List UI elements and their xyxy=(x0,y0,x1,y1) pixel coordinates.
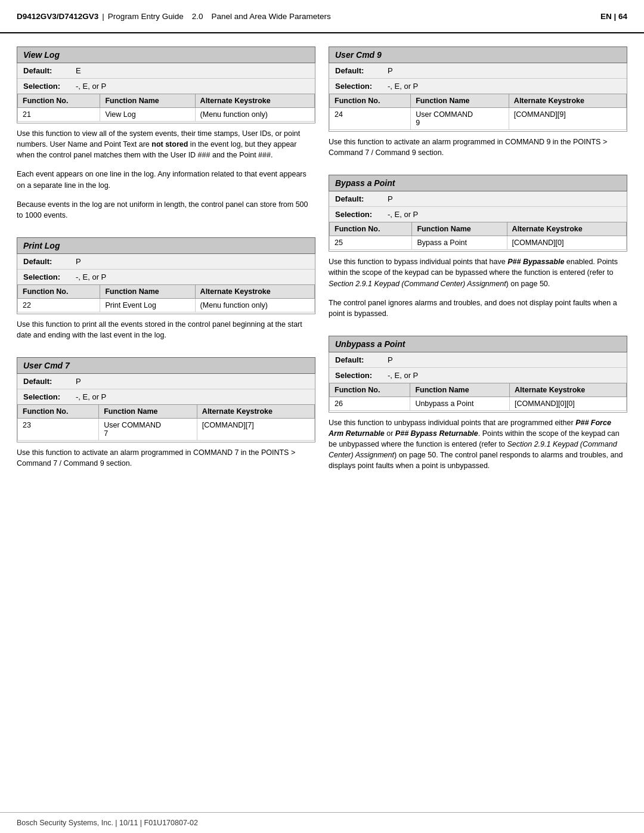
footer-part: F01U170807-02 xyxy=(144,819,198,827)
unbypass-point-fname: Unbypass a Point xyxy=(410,397,510,410)
user-cmd-7-default-label: Default: xyxy=(23,377,76,386)
view-log-selection-value: -, E, or P xyxy=(76,82,106,91)
user-cmd-9-table: Function No. Function Name Alternate Key… xyxy=(329,94,627,130)
bypass-point-title: Bypass a Point xyxy=(335,178,395,188)
user-cmd-7-section: User Cmd 7 Default: P Selection: -, E, o… xyxy=(17,357,315,477)
view-log-fname: View Log xyxy=(100,108,195,122)
user-cmd-7-default-value: P xyxy=(76,377,81,386)
bypass-point-th-fn: Function No. xyxy=(330,222,412,236)
user-cmd-7-selection-value: -, E, or P xyxy=(76,392,106,401)
footer-company: Bosch Security Systems, Inc. xyxy=(17,819,113,827)
unbypass-point-table: Function No. Function Name Alternate Key… xyxy=(329,383,627,411)
unbypass-point-header: Unbypass a Point xyxy=(329,336,627,352)
print-log-th-fn: Function No. xyxy=(18,284,100,298)
unbypass-point-selection-value: -, E, or P xyxy=(388,371,418,380)
user-cmd-7-fname: User COMMAND7 xyxy=(99,419,197,441)
user-cmd-7-default-row: Default: P xyxy=(17,374,315,389)
print-log-default-value: P xyxy=(76,257,81,266)
page: D9412GV3/D7412GV3 | Program Entry Guide … xyxy=(0,0,644,833)
view-log-desc2: Each event appears on one line in the lo… xyxy=(17,169,315,190)
view-log-desc1: Use this function to view all of the sys… xyxy=(17,128,315,160)
bypass-point-row-1: 25 Bypass a Point [COMMAND][0] xyxy=(330,236,627,250)
unbypass-point-default-row: Default: P xyxy=(329,352,627,368)
bypass-point-default-row: Default: P xyxy=(329,191,627,207)
header-brand: D9412GV3/D7412GV3 xyxy=(17,12,98,21)
user-cmd-7-table: Function No. Function Name Alternate Key… xyxy=(17,404,315,441)
page-header: D9412GV3/D7412GV3 | Program Entry Guide … xyxy=(0,0,644,33)
bypass-point-section: Bypass a Point Default: P Selection: -, … xyxy=(329,175,627,327)
bypass-point-fname: Bypass a Point xyxy=(412,236,507,250)
view-log-row-1: 21 View Log (Menu function only) xyxy=(18,108,315,122)
left-column: View Log Default: E Selection: -, E, or … xyxy=(17,47,315,812)
print-log-selection-row: Selection: -, E, or P xyxy=(17,270,315,284)
unbypass-point-section: Unbypass a Point Default: P Selection: -… xyxy=(329,336,627,480)
print-log-section: Print Log Default: P Selection: -, E, or… xyxy=(17,237,315,349)
print-log-th-name: Function Name xyxy=(100,284,195,298)
unbypass-point-selection-row: Selection: -, E, or P xyxy=(329,368,627,383)
unbypass-point-default-value: P xyxy=(388,355,393,364)
bypass-point-selection-label: Selection: xyxy=(335,210,388,219)
user-cmd-9-fn: 24 xyxy=(330,108,411,130)
user-cmd-9-selection-row: Selection: -, E, or P xyxy=(329,79,627,94)
user-cmd-9-th-fn: Function No. xyxy=(330,94,411,108)
bypass-point-header: Bypass a Point xyxy=(329,175,627,191)
user-cmd-9-default-row: Default: P xyxy=(329,63,627,79)
print-log-th-alt: Alternate Keystroke xyxy=(195,284,314,298)
print-log-title: Print Log xyxy=(23,241,60,250)
view-log-title: View Log xyxy=(23,50,60,60)
bypass-point-desc1: Use this function to bypass individual p… xyxy=(329,256,627,289)
view-log-desc3: Because events in the log are not unifor… xyxy=(17,199,315,221)
view-log-default-value: E xyxy=(76,66,81,75)
print-log-selection-value: -, E, or P xyxy=(76,272,106,281)
header-left: D9412GV3/D7412GV3 | Program Entry Guide … xyxy=(17,12,331,21)
view-log-default-label: Default: xyxy=(23,66,76,75)
print-log-fname: Print Event Log xyxy=(100,298,195,312)
view-log-alt: (Menu function only) xyxy=(195,108,314,122)
user-cmd-9-params: Default: P Selection: -, E, or P Functio… xyxy=(329,63,627,132)
footer-sep2: | xyxy=(140,819,144,827)
right-column: User Cmd 9 Default: P Selection: -, E, o… xyxy=(329,47,627,812)
unbypass-point-title: Unbypass a Point xyxy=(335,339,405,349)
unbypass-point-th-fn: Function No. xyxy=(330,383,410,397)
print-log-default-row: Default: P xyxy=(17,254,315,270)
print-log-desc: Use this function to print all the event… xyxy=(17,319,315,340)
user-cmd-7-alt: [COMMAND][7] xyxy=(197,419,314,441)
view-log-section: View Log Default: E Selection: -, E, or … xyxy=(17,47,315,229)
user-cmd-7-th-alt: Alternate Keystroke xyxy=(197,405,314,419)
bypass-point-alt: [COMMAND][0] xyxy=(507,236,626,250)
header-page: 64 xyxy=(618,12,627,21)
bypass-point-desc2: The control panel ignores alarms and tro… xyxy=(329,298,627,319)
user-cmd-9-default-value: P xyxy=(388,66,393,75)
unbypass-point-default-label: Default: xyxy=(335,355,388,364)
header-right: EN | 64 xyxy=(600,12,627,21)
user-cmd-9-alt: [COMMAND][9] xyxy=(509,108,626,130)
print-log-selection-label: Selection: xyxy=(23,272,76,281)
user-cmd-9-desc: Use this function to activate an alarm p… xyxy=(329,137,627,158)
user-cmd-7-th-name: Function Name xyxy=(99,405,197,419)
user-cmd-9-header: User Cmd 9 xyxy=(329,47,627,63)
view-log-th-name: Function Name xyxy=(100,94,195,108)
unbypass-point-selection-label: Selection: xyxy=(335,371,388,380)
header-lang: EN xyxy=(600,12,612,21)
unbypass-point-th-name: Function Name xyxy=(410,383,510,397)
header-section: Panel and Area Wide Parameters xyxy=(211,12,330,21)
view-log-selection-row: Selection: -, E, or P xyxy=(17,79,315,94)
user-cmd-7-selection-label: Selection: xyxy=(23,392,76,401)
user-cmd-7-selection-row: Selection: -, E, or P xyxy=(17,389,315,404)
bypass-point-th-alt: Alternate Keystroke xyxy=(507,222,626,236)
bypass-point-table: Function No. Function Name Alternate Key… xyxy=(329,222,627,250)
view-log-th-alt: Alternate Keystroke xyxy=(195,94,314,108)
user-cmd-9-section: User Cmd 9 Default: P Selection: -, E, o… xyxy=(329,47,627,166)
user-cmd-9-th-name: Function Name xyxy=(411,94,509,108)
user-cmd-9-selection-value: -, E, or P xyxy=(388,82,418,91)
view-log-table: Function No. Function Name Alternate Key… xyxy=(17,94,315,122)
header-separator: | xyxy=(102,12,104,21)
print-log-default-label: Default: xyxy=(23,257,76,266)
unbypass-point-desc: Use this function to unbypass individual… xyxy=(329,417,627,472)
print-log-alt: (Menu function only) xyxy=(195,298,314,312)
print-log-params: Default: P Selection: -, E, or P Functio… xyxy=(17,254,315,314)
view-log-params: Default: E Selection: -, E, or P Functio… xyxy=(17,63,315,123)
user-cmd-7-th-fn: Function No. xyxy=(18,405,99,419)
view-log-header: View Log xyxy=(17,47,315,63)
bypass-point-fn: 25 xyxy=(330,236,412,250)
